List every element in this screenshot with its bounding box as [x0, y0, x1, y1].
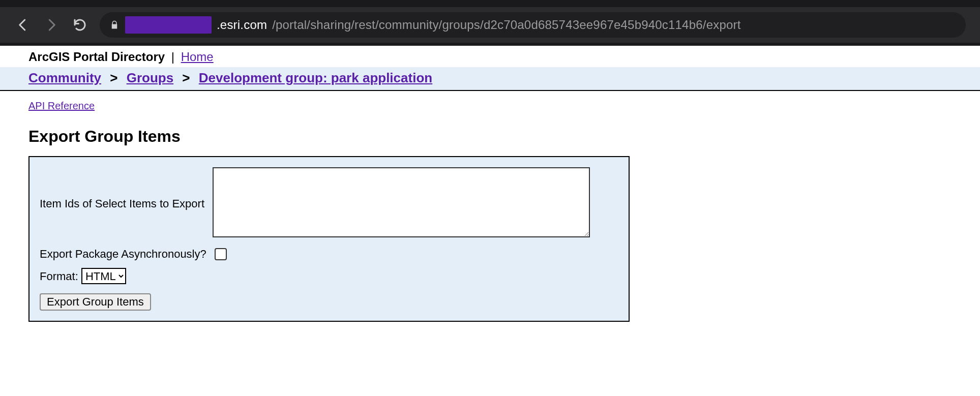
breadcrumb-sep: > — [110, 70, 117, 85]
breadcrumb-community[interactable]: Community — [28, 70, 101, 85]
format-row: Format: HTML — [37, 265, 593, 287]
format-label: Format: — [40, 270, 78, 283]
item-ids-label: Item Ids of Select Items to Export — [37, 164, 210, 243]
reload-icon[interactable] — [71, 16, 88, 34]
async-label: Export Package Asynchronously? — [37, 243, 210, 265]
forward-icon[interactable] — [43, 16, 60, 34]
page-title: Export Group Items — [28, 127, 952, 146]
url-host-text: .esri.com — [217, 18, 267, 32]
browser-chrome: .esri.com/portal/sharing/rest/community/… — [0, 0, 980, 46]
url-path-text: /portal/sharing/rest/community/groups/d2… — [272, 18, 740, 32]
format-select[interactable]: HTML — [81, 268, 126, 284]
api-reference-link[interactable]: API Reference — [28, 100, 95, 111]
separator: | — [168, 50, 178, 64]
redacted-host — [125, 16, 212, 34]
item-ids-textarea[interactable] — [213, 167, 590, 237]
breadcrumb-sep: > — [182, 70, 190, 85]
directory-header: ArcGIS Portal Directory | Home — [0, 46, 980, 67]
async-checkbox[interactable] — [215, 248, 227, 260]
submit-row: Export Group Items — [37, 287, 593, 314]
lock-icon — [109, 19, 120, 31]
home-link[interactable]: Home — [181, 50, 214, 64]
address-bar[interactable]: .esri.com/portal/sharing/rest/community/… — [100, 12, 966, 38]
directory-label: ArcGIS Portal Directory — [28, 50, 165, 64]
async-row: Export Package Asynchronously? — [37, 243, 593, 265]
export-group-items-button[interactable]: Export Group Items — [40, 293, 151, 311]
export-form: Item Ids of Select Items to Export Expor… — [28, 156, 630, 322]
breadcrumb: Community > Groups > Development group: … — [0, 67, 980, 91]
breadcrumb-groups[interactable]: Groups — [127, 70, 173, 85]
item-ids-row: Item Ids of Select Items to Export — [37, 164, 593, 243]
breadcrumb-group-name[interactable]: Development group: park application — [199, 70, 432, 85]
back-icon[interactable] — [14, 16, 32, 34]
